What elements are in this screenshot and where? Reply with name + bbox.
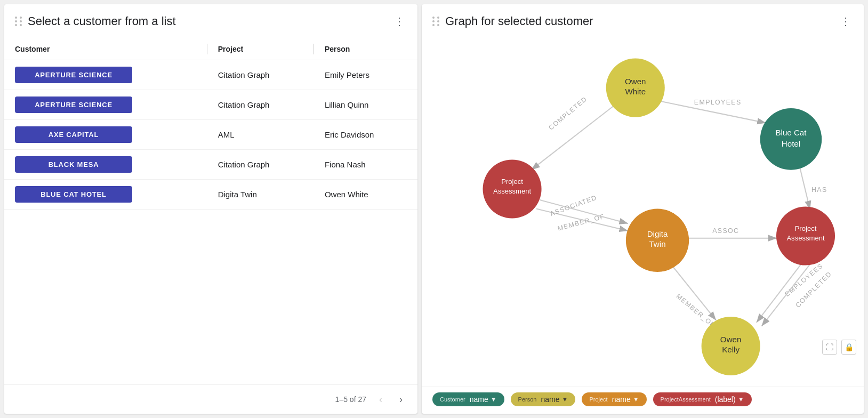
svg-text:Kelly: Kelly	[722, 345, 740, 354]
project-cell: Digita Twin	[207, 180, 314, 210]
legend-assessment[interactable]: ProjectAssessment (label) ▼	[653, 392, 752, 406]
legend-type-label: Project	[589, 396, 607, 403]
person-cell: Fiona Nash	[314, 150, 417, 180]
left-panel-title: Select a customer from a list	[28, 14, 387, 28]
more-options-right[interactable]: ⋮	[838, 13, 853, 30]
graph-area: COMPLETED EMPLOYEES HAS MEMBER_OF ASSOCI…	[422, 38, 864, 387]
svg-text:HAS: HAS	[811, 186, 827, 194]
legend-type-label: ProjectAssessment	[661, 396, 711, 403]
table-row[interactable]: BLACK MESACitation GraphFiona Nash	[4, 150, 417, 180]
person-cell: Lillian Quinn	[314, 90, 417, 120]
svg-text:Blue Cat: Blue Cat	[775, 128, 807, 137]
svg-line-0	[531, 106, 613, 170]
table-header-row: Customer Project Person	[4, 38, 417, 60]
lock-icon[interactable]: 🔒	[841, 340, 856, 355]
svg-text:EMPLOYEES: EMPLOYEES	[694, 99, 742, 106]
drag-handle-left[interactable]	[15, 17, 22, 26]
customer-button[interactable]: BLACK MESA	[15, 156, 132, 173]
left-panel: Select a customer from a list ⋮ Customer…	[4, 4, 417, 414]
legend-assessment-arrow: ▼	[738, 396, 744, 403]
customer-cell: AXE CAPITAL	[4, 120, 207, 150]
right-panel-header: Graph for selected customer ⋮	[422, 4, 864, 38]
next-page-button[interactable]: ›	[395, 392, 407, 406]
pagination-info: 1–5 of 27	[335, 395, 366, 404]
more-options-left[interactable]: ⋮	[392, 13, 407, 30]
svg-text:Hotel: Hotel	[782, 139, 800, 148]
svg-text:MEMBER_OF: MEMBER_OF	[674, 292, 717, 329]
person-cell: Emily Peters	[314, 60, 417, 90]
svg-line-4	[800, 167, 810, 210]
project-cell: AML	[207, 120, 314, 150]
svg-text:ASSOC: ASSOC	[712, 227, 739, 235]
fullscreen-icon[interactable]: ⛶	[822, 340, 837, 355]
svg-text:White: White	[625, 87, 646, 96]
legend-customer-arrow: ▼	[491, 396, 497, 403]
legend-person-arrow: ▼	[562, 396, 568, 403]
customer-cell: APERTURE SCIENCE	[4, 90, 207, 120]
drag-handle-right[interactable]	[432, 17, 440, 26]
legend-assessment-label: (label)	[715, 395, 736, 404]
project-cell: Citation Graph	[207, 90, 314, 120]
customer-button[interactable]: AXE CAPITAL	[15, 126, 132, 143]
legend-project-arrow: ▼	[633, 396, 639, 403]
project-cell: Citation Graph	[207, 150, 314, 180]
corner-icons: ⛶ 🔒	[822, 340, 856, 355]
table-row[interactable]: BLUE CAT HOTELDigita TwinOwen White	[4, 180, 417, 210]
right-panel-title: Graph for selected customer	[445, 14, 833, 28]
col-person: Person	[314, 38, 417, 60]
graph-svg: COMPLETED EMPLOYEES HAS MEMBER_OF ASSOCI…	[427, 44, 858, 381]
customer-table-container: Customer Project Person APERTURE SCIENCE…	[4, 38, 417, 384]
customer-table: Customer Project Person APERTURE SCIENCE…	[4, 38, 417, 210]
svg-text:Digita: Digita	[647, 229, 668, 238]
right-panel: Graph for selected customer ⋮ COMPLETED …	[422, 4, 864, 414]
svg-text:Assessment: Assessment	[493, 187, 532, 195]
customer-button[interactable]: BLUE CAT HOTEL	[15, 186, 132, 203]
legend-customer[interactable]: Customer name ▼	[432, 392, 504, 406]
customer-cell: BLACK MESA	[4, 150, 207, 180]
svg-text:Project: Project	[795, 224, 817, 232]
col-customer: Customer	[4, 38, 207, 60]
person-cell: Owen White	[314, 180, 417, 210]
svg-text:COMPLETED: COMPLETED	[547, 95, 588, 131]
project-cell: Citation Graph	[207, 60, 314, 90]
legend-type-label: Person	[518, 396, 537, 403]
legend-project-label: name	[612, 395, 631, 404]
person-cell: Eric Davidson	[314, 120, 417, 150]
customer-cell: BLUE CAT HOTEL	[4, 180, 207, 210]
customer-button[interactable]: APERTURE SCIENCE	[15, 67, 132, 83]
legend-type-label: Customer	[440, 396, 465, 403]
legend-row: Customer name ▼ Person name ▼ Project na…	[422, 387, 864, 414]
legend-person[interactable]: Person name ▼	[511, 392, 576, 406]
svg-text:Owen: Owen	[720, 335, 742, 344]
legend-project[interactable]: Project name ▼	[582, 392, 646, 406]
customer-button[interactable]: APERTURE SCIENCE	[15, 97, 132, 113]
table-row[interactable]: APERTURE SCIENCECitation GraphLillian Qu…	[4, 90, 417, 120]
svg-line-14	[757, 260, 804, 323]
svg-text:Project: Project	[501, 178, 523, 186]
legend-customer-label: name	[470, 395, 488, 404]
legend-person-label: name	[541, 395, 559, 404]
pagination: 1–5 of 27 ‹ ›	[4, 384, 417, 414]
svg-text:Twin: Twin	[649, 239, 665, 248]
left-panel-header: Select a customer from a list ⋮	[4, 4, 417, 38]
customer-cell: APERTURE SCIENCE	[4, 60, 207, 90]
svg-text:Owen: Owen	[625, 77, 646, 86]
svg-text:Assessment: Assessment	[786, 234, 825, 242]
prev-page-button[interactable]: ‹	[375, 392, 387, 406]
table-row[interactable]: AXE CAPITALAMLEric Davidson	[4, 120, 417, 150]
table-row[interactable]: APERTURE SCIENCECitation GraphEmily Pete…	[4, 60, 417, 90]
col-project: Project	[207, 38, 314, 60]
